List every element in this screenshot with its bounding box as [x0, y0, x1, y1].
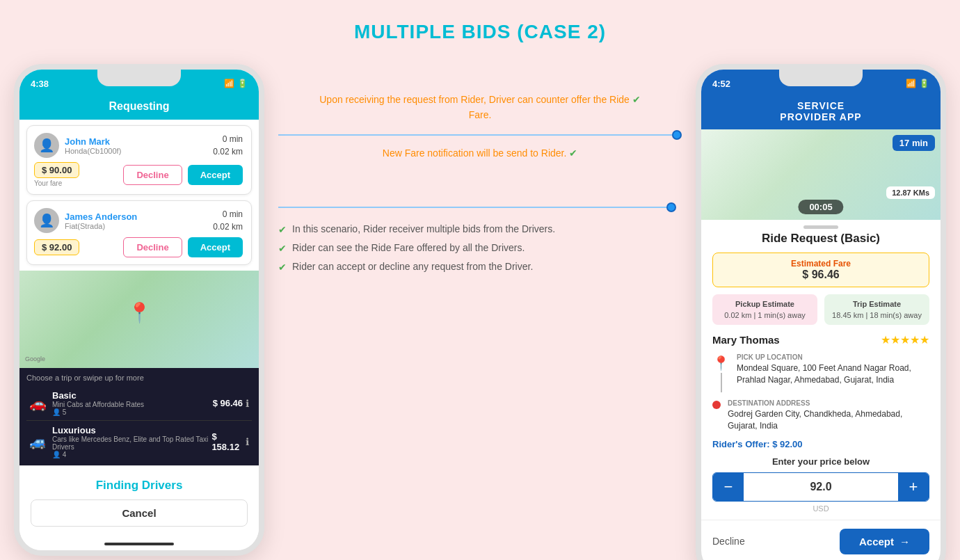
driver1-fare: $ 90.00 [34, 162, 79, 178]
luxurious-trip-desc: Cars like Mercedes Benz, Elite and Top R… [52, 435, 211, 451]
map-pin-icon: 📍 [127, 301, 152, 324]
annotation-top-block: Upon receiving the request from Rider, D… [278, 92, 682, 161]
basic-trip-price: $ 96.46 [213, 398, 243, 408]
pickup-location-label: PICK UP LOCATION [737, 353, 929, 361]
driver-card-2: 👤 James Anderson Fiat(Strada) 0 min 0.02… [26, 200, 252, 265]
pickup-pin-icon: 📍 [712, 355, 730, 371]
bullet-2: ✔ Rider can see the Ride Fare offered by… [278, 242, 682, 254]
home-indicator [19, 538, 259, 550]
trip-estimate-box: Trip Estimate 18.45 km | 18 min(s) away [824, 294, 929, 325]
driver2-car: Fiat(Strada) [65, 222, 137, 230]
trip-type-basic[interactable]: 🚗 Basic Mini Cabs at Affordable Rates 👤 … [26, 386, 252, 421]
right-accept-btn[interactable]: Accept → [840, 529, 929, 554]
connector-dot-top [672, 130, 682, 140]
luxurious-car-icon: 🚙 [29, 433, 47, 450]
destination-label: DESTINATION ADDRESS [728, 399, 929, 407]
pickup-icon-col: 📍 [712, 353, 730, 394]
check-icon-2: ✔ [569, 147, 577, 159]
driver1-decline-btn[interactable]: Decline [123, 165, 182, 185]
phone-notch [97, 70, 181, 86]
finding-drivers-text: Finding Drivers [31, 479, 248, 493]
price-input[interactable] [744, 473, 898, 501]
rider-stars: ★★★★★ [881, 333, 929, 346]
your-fare-label: Your fare [34, 179, 79, 187]
enter-price-label: Enter your price below [712, 456, 929, 467]
slide-handle[interactable] [803, 225, 838, 229]
driver2-name: James Anderson [65, 211, 137, 222]
estimated-fare-value: $ 96.46 [724, 269, 918, 281]
connector-dot-bottom [666, 202, 676, 212]
left-phone: 4:38 📶🔋 Requesting 👤 John Mark Honda(Cb1… [14, 64, 264, 556]
bullet-check-1: ✔ [278, 224, 287, 235]
bullets-section: ✔ In this scenario, Rider receiver multi… [278, 202, 682, 280]
right-phone-notch [779, 70, 863, 86]
destination-location-row: DESTINATION ADDRESS Godrej Garden City, … [712, 399, 929, 432]
middle-content: Upon receiving the request from Rider, D… [264, 64, 696, 280]
pickup-estimate-box: Pickup Estimate 0.02 km | 1 min(s) away [712, 294, 817, 325]
trip-estimate-label: Trip Estimate [831, 300, 922, 308]
cancel-button[interactable]: Cancel [31, 499, 248, 527]
trip-types-section: Choose a trip or swipe up for more 🚗 Bas… [19, 368, 259, 465]
price-input-row[interactable]: − + [712, 472, 929, 502]
basic-trip-seats: 👤 5 [52, 408, 144, 416]
luxurious-trip-name: Luxurious [52, 425, 211, 435]
right-decline-btn[interactable]: Decline [712, 536, 745, 547]
accept-arrow-icon: → [899, 536, 910, 547]
annotation-text-1: Upon receiving the request from Rider, D… [278, 92, 682, 123]
destination-text: Godrej Garden City, Chandkheda, Ahmedaba… [728, 408, 929, 432]
driver-card-1: 👤 John Mark Honda(Cb1000f) 0 min 0.02 km… [26, 125, 252, 195]
driver2-fare: $ 92.00 [34, 239, 79, 255]
map-google-label: Google [25, 355, 45, 362]
location-section: 📍 PICK UP LOCATION Mondeal Square, 100 F… [712, 353, 929, 432]
pickup-estimate-value: 0.02 km | 1 min(s) away [719, 311, 810, 319]
map-countdown: 00:05 [798, 200, 843, 214]
driver2-avatar: 👤 [34, 208, 59, 233]
basic-info-icon[interactable]: ℹ [246, 398, 249, 409]
right-phone: 4:52 📶🔋 SERVICE PROVIDER APP 17 min 12.8… [696, 64, 946, 560]
basic-trip-desc: Mini Cabs at Affordable Rates [52, 401, 144, 408]
trip-type-luxurious[interactable]: 🚙 Luxurious Cars like Mercedes Benz, Eli… [26, 421, 252, 463]
right-status-time: 4:52 [712, 79, 730, 89]
driver2-decline-btn[interactable]: Decline [123, 237, 182, 257]
pickup-estimate-label: Pickup Estimate [719, 300, 810, 308]
left-map: 📍 Google [19, 271, 259, 368]
ride-cards-area: 👤 John Mark Honda(Cb1000f) 0 min 0.02 km… [19, 125, 259, 265]
map-dist-badge: 12.87 KMs [886, 186, 935, 199]
right-phone-header: SERVICE PROVIDER APP [701, 95, 941, 129]
ride-request-title: Ride Request (Basic) [712, 232, 929, 246]
choose-trip-label: Choose a trip or swipe up for more [26, 374, 252, 382]
right-map: 17 min 12.87 KMs 00:05 [701, 129, 941, 220]
connector-line-left [278, 134, 672, 136]
pickup-location-row: 📍 PICK UP LOCATION Mondeal Square, 100 F… [712, 353, 929, 394]
basic-car-icon: 🚗 [29, 395, 47, 412]
riders-offer: Rider's Offer: $ 92.00 [712, 439, 929, 449]
bullet-3: ✔ Rider can accept or decline any reques… [278, 261, 682, 273]
pickup-location-text: Mondeal Square, 100 Feet Anand Nagar Roa… [737, 362, 929, 386]
bullet-1: ✔ In this scenario, Rider receiver multi… [278, 223, 682, 235]
driver1-accept-btn[interactable]: Accept [188, 165, 243, 185]
driver1-name: John Mark [65, 136, 121, 147]
driver2-stats: 0 min 0.02 km [213, 208, 243, 233]
basic-trip-name: Basic [52, 390, 144, 401]
driver2-accept-btn[interactable]: Accept [188, 237, 243, 257]
luxurious-info-icon[interactable]: ℹ [246, 436, 249, 447]
price-increase-btn[interactable]: + [898, 473, 929, 501]
map-timer-badge: 17 min [893, 135, 935, 151]
bullet-check-3: ✔ [278, 262, 287, 273]
luxurious-trip-price: $ 158.12 [211, 431, 243, 452]
left-phone-header: Requesting [19, 95, 259, 120]
page-title: MULTIPLE BIDS (CASE 2) [354, 21, 606, 43]
currency-label: USD [712, 504, 929, 513]
estimates-row: Pickup Estimate 0.02 km | 1 min(s) away … [712, 294, 929, 325]
left-status-time: 4:38 [31, 79, 49, 89]
rider-row: Mary Thomas ★★★★★ [712, 333, 929, 346]
finding-drivers-area: Finding Drivers Cancel [19, 465, 259, 538]
estimated-fare-label: Estimated Fare [724, 259, 918, 269]
bullet-check-2: ✔ [278, 243, 287, 254]
driver1-avatar: 👤 [34, 133, 59, 158]
annotation-text-2: New Fare notification will be send to Ri… [278, 145, 682, 161]
location-connector-line [721, 373, 722, 392]
price-decrease-btn[interactable]: − [713, 473, 744, 501]
rider-name: Mary Thomas [712, 334, 780, 346]
home-bar [104, 543, 174, 545]
